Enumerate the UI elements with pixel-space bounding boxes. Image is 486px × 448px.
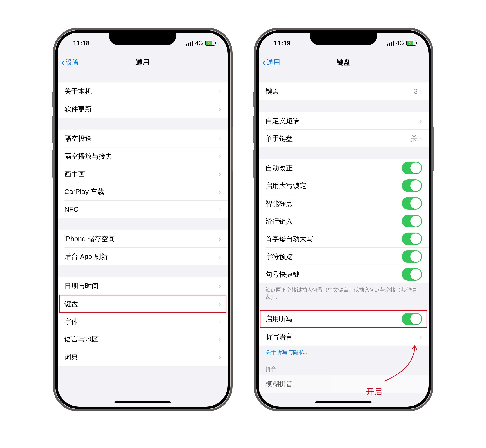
chevron-right-icon: › — [219, 235, 221, 243]
chevron-right-icon: › — [219, 188, 221, 196]
cell-auto-capitalization[interactable]: 首字母自动大写 — [259, 230, 429, 248]
phone-frame-right: 11:19 4G ⚡ ‹ 通用 键盘 键盘 3 › 自定义短语› — [254, 28, 433, 411]
nav-bar: ‹ 通用 键盘 — [259, 54, 429, 71]
back-label: 通用 — [267, 58, 280, 67]
power-button — [232, 127, 234, 171]
cell-slide-to-type[interactable]: 滑行键入 — [259, 212, 429, 230]
chevron-right-icon: › — [219, 353, 221, 361]
chevron-right-icon: › — [219, 300, 221, 308]
battery-icon: ⚡ — [205, 41, 215, 46]
status-time: 11:18 — [73, 40, 90, 47]
volume-up — [52, 116, 54, 144]
chevron-right-icon: › — [219, 335, 221, 343]
cell-value: 关 — [411, 134, 418, 143]
toggle-switch[interactable] — [402, 215, 422, 227]
network-label: 4G — [195, 40, 203, 47]
volume-up — [253, 116, 255, 144]
cell-enable-dictation[interactable]: 启用听写 — [259, 310, 429, 328]
status-time: 11:19 — [274, 40, 291, 47]
toggle-switch[interactable] — [402, 313, 422, 325]
mute-switch — [253, 92, 255, 107]
page-title: 键盘 — [259, 58, 429, 67]
toggle-switch[interactable] — [402, 232, 422, 245]
cell-auto-correction[interactable]: 自动改正 — [259, 159, 429, 177]
cell-fonts[interactable]: 字体› — [58, 312, 228, 330]
mute-switch — [52, 92, 54, 107]
cell-software-update[interactable]: 软件更新› — [58, 100, 228, 118]
cell-fuzzy-pinyin[interactable]: 模糊拼音 — [259, 375, 429, 393]
cell-airdrop[interactable]: 隔空投送› — [58, 130, 228, 147]
chevron-right-icon: › — [219, 317, 221, 326]
chevron-right-icon: › — [219, 282, 221, 290]
network-label: 4G — [396, 40, 404, 47]
cell-keyboard[interactable]: 键盘› — [58, 295, 228, 312]
cell-caps-lock[interactable]: 启用大写锁定 — [259, 177, 429, 194]
chevron-right-icon: › — [420, 333, 422, 341]
annotation-text: 开启 — [366, 386, 382, 397]
toggle-switch[interactable] — [402, 197, 422, 210]
page-title: 通用 — [58, 58, 228, 67]
cell-carplay[interactable]: CarPlay 车载› — [58, 183, 228, 200]
chevron-right-icon: › — [219, 205, 221, 214]
cell-dictation-languages[interactable]: 听写语言› — [259, 328, 429, 345]
cell-period-shortcut[interactable]: 句号快捷键 — [259, 265, 429, 283]
back-button[interactable]: ‹ 设置 — [62, 57, 79, 67]
volume-down — [253, 150, 255, 177]
cell-storage[interactable]: iPhone 储存空间› — [58, 230, 228, 248]
cell-one-handed[interactable]: 单手键盘 关 › — [259, 130, 429, 147]
chevron-right-icon: › — [219, 105, 221, 113]
pinyin-header: 拼音 — [259, 359, 429, 375]
screen-right: 11:19 4G ⚡ ‹ 通用 键盘 键盘 3 › 自定义短语› — [259, 32, 429, 407]
cell-nfc[interactable]: NFC› — [58, 200, 228, 218]
chevron-right-icon: › — [420, 117, 422, 125]
power-button — [432, 127, 434, 171]
signal-icon — [387, 41, 394, 46]
nav-bar: ‹ 设置 通用 — [58, 54, 228, 71]
chevron-left-icon: ‹ — [263, 57, 266, 67]
chevron-right-icon: › — [219, 170, 221, 178]
chevron-right-icon: › — [219, 253, 221, 261]
battery-icon: ⚡ — [406, 41, 416, 46]
volume-down — [52, 150, 54, 177]
home-indicator[interactable] — [114, 401, 171, 403]
cell-date-time[interactable]: 日期与时间› — [58, 277, 228, 295]
toggle-switch[interactable] — [402, 268, 422, 280]
notch — [310, 32, 377, 45]
cell-pip[interactable]: 画中画› — [58, 165, 228, 183]
cell-background-refresh[interactable]: 后台 App 刷新› — [58, 248, 228, 265]
toggle-switch[interactable] — [402, 179, 422, 192]
home-indicator[interactable] — [316, 401, 372, 403]
cell-keyboards[interactable]: 键盘 3 › — [259, 82, 429, 100]
phone-frame-left: 11:18 4G ⚡ ‹ 设置 通用 关于本机› 软件更新› 隔空投送› 隔空播… — [53, 28, 233, 411]
chevron-left-icon: ‹ — [62, 57, 65, 67]
toggle-switch[interactable] — [402, 162, 422, 174]
chevron-right-icon: › — [219, 152, 221, 160]
privacy-link[interactable]: 关于听写与隐私... — [259, 345, 429, 359]
cell-value: 3 — [414, 88, 418, 95]
signal-icon — [186, 41, 193, 46]
keyboard-settings-list[interactable]: 键盘 3 › 自定义短语› 单手键盘 关 › 自动改正 启用大写锁定 智能标点 … — [259, 71, 429, 407]
cell-about[interactable]: 关于本机› — [58, 82, 228, 100]
chevron-right-icon: › — [219, 87, 221, 96]
settings-list[interactable]: 关于本机› 软件更新› 隔空投送› 隔空播放与接力› 画中画› CarPlay … — [58, 71, 228, 407]
notch — [109, 32, 176, 45]
back-label: 设置 — [65, 58, 79, 67]
cell-smart-punctuation[interactable]: 智能标点 — [259, 194, 429, 212]
cell-text-replacement[interactable]: 自定义短语› — [259, 112, 429, 130]
cell-character-preview[interactable]: 字符预览 — [259, 248, 429, 265]
toggle-switch[interactable] — [402, 250, 422, 263]
toggle-footer-note: 轻点两下空格键插入句号（中文键盘）或插入句点与空格（其他键盘）。 — [259, 283, 429, 304]
cell-language-region[interactable]: 语言与地区› — [58, 330, 228, 348]
chevron-right-icon: › — [420, 135, 422, 143]
back-button[interactable]: ‹ 通用 — [263, 57, 280, 67]
chevron-right-icon: › — [219, 135, 221, 143]
screen-left: 11:18 4G ⚡ ‹ 设置 通用 关于本机› 软件更新› 隔空投送› 隔空播… — [58, 32, 228, 407]
chevron-right-icon: › — [420, 87, 422, 96]
cell-dictionary[interactable]: 词典› — [58, 348, 228, 366]
cell-airplay[interactable]: 隔空播放与接力› — [58, 147, 228, 165]
